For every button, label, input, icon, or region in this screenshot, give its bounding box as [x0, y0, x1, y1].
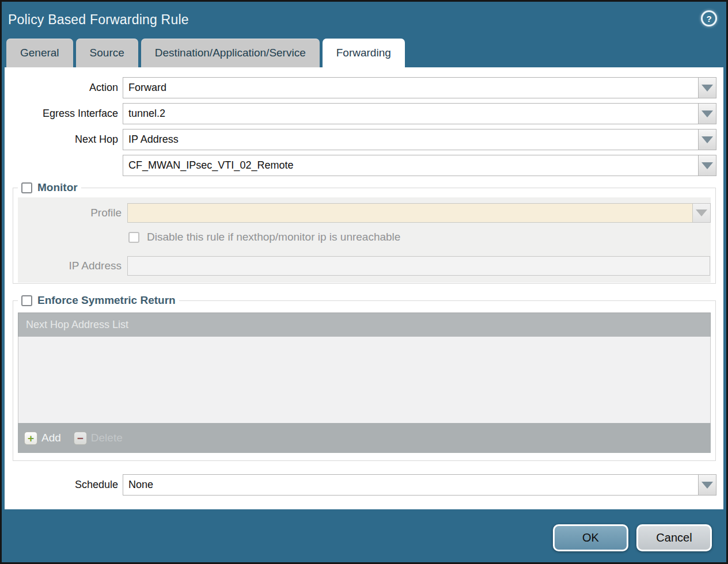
disable-rule-row: Disable this rule if nexthop/monitor ip … [18, 231, 711, 243]
profile-value [127, 203, 693, 223]
monitor-ip-address-row: IP Address [18, 256, 711, 276]
monitor-checkbox[interactable] [21, 182, 32, 193]
egress-interface-label: Egress Interface [5, 108, 123, 120]
schedule-row: Schedule None [5, 474, 723, 496]
monitor-ip-address-input [127, 256, 710, 276]
next-hop-address-dropdown[interactable]: CF_MWAN_IPsec_VTI_02_Remote [123, 155, 716, 176]
help-icon[interactable]: ? [701, 10, 717, 26]
next-hop-dropdown-arrow[interactable] [699, 129, 716, 150]
cancel-button[interactable]: Cancel [636, 524, 712, 551]
egress-interface-row: Egress Interface tunnel.2 [5, 103, 723, 124]
next-hop-address-list-header: Next Hop Address List [18, 313, 711, 337]
disable-rule-checkbox [128, 232, 139, 243]
next-hop-address-row: CF_MWAN_IPsec_VTI_02_Remote [5, 155, 723, 176]
delete-button: − Delete [74, 432, 123, 445]
symmetric-return-legend: Enforce Symmetric Return [18, 294, 179, 307]
symmetric-return-checkbox[interactable] [21, 295, 32, 306]
egress-interface-dropdown[interactable]: tunnel.2 [123, 103, 716, 124]
dialog-title: Policy Based Forwarding Rule [8, 12, 189, 28]
tab-general[interactable]: General [6, 39, 73, 67]
tab-source[interactable]: Source [76, 39, 138, 67]
tab-bar: General Source Destination/Application/S… [2, 39, 726, 67]
action-dropdown-arrow[interactable] [699, 77, 716, 98]
tab-forwarding[interactable]: Forwarding [323, 39, 405, 67]
next-hop-row: Next Hop IP Address [5, 129, 723, 150]
monitor-legend-label: Monitor [37, 181, 78, 194]
schedule-dropdown-arrow[interactable] [699, 474, 716, 496]
next-hop-address-dropdown-arrow[interactable] [699, 155, 716, 176]
tab-destination-application-service[interactable]: Destination/Application/Service [141, 39, 320, 67]
next-hop-label: Next Hop [5, 134, 123, 146]
chevron-down-icon [702, 482, 713, 489]
symmetric-return-section: Enforce Symmetric Return Next Hop Addres… [13, 294, 716, 461]
monitor-legend: Monitor [18, 181, 81, 194]
action-value[interactable]: Forward [123, 77, 699, 98]
minus-icon: − [74, 432, 87, 445]
disable-rule-label: Disable this rule if nexthop/monitor ip … [147, 231, 400, 243]
dialog-titlebar: Policy Based Forwarding Rule ? [2, 2, 726, 39]
policy-based-forwarding-dialog: Policy Based Forwarding Rule ? General S… [0, 0, 728, 564]
chevron-down-icon [702, 136, 713, 143]
schedule-value[interactable]: None [123, 474, 699, 496]
monitor-section: Monitor Profile Disable this rule if nex… [13, 181, 716, 284]
dialog-footer: OK Cancel [2, 509, 726, 562]
delete-button-label: Delete [91, 432, 123, 444]
next-hop-address-list-toolbar: + Add − Delete [18, 423, 711, 453]
chevron-down-icon [702, 110, 713, 117]
next-hop-dropdown[interactable]: IP Address [123, 129, 716, 150]
next-hop-address-table: Next Hop Address List + Add − Delete [18, 313, 711, 453]
schedule-dropdown[interactable]: None [123, 474, 716, 496]
symmetric-return-legend-label: Enforce Symmetric Return [37, 294, 176, 307]
egress-interface-dropdown-arrow[interactable] [699, 103, 716, 124]
chevron-down-icon [702, 85, 713, 92]
forwarding-tab-panel: Action Forward Egress Interface tunnel.2… [5, 67, 723, 509]
chevron-down-icon [696, 209, 707, 216]
add-button[interactable]: + Add [24, 432, 61, 445]
monitor-ip-address-label: IP Address [18, 260, 127, 272]
ok-button[interactable]: OK [553, 524, 628, 551]
add-button-label: Add [41, 432, 61, 444]
action-label: Action [5, 82, 123, 94]
egress-interface-value[interactable]: tunnel.2 [123, 103, 699, 124]
next-hop-address-list-body[interactable] [18, 337, 711, 423]
plus-icon: + [24, 432, 37, 445]
next-hop-address-value[interactable]: CF_MWAN_IPsec_VTI_02_Remote [123, 155, 699, 176]
profile-row: Profile [18, 203, 711, 223]
profile-label: Profile [18, 207, 127, 219]
next-hop-value[interactable]: IP Address [123, 129, 699, 150]
profile-dropdown-arrow [693, 203, 711, 223]
action-row: Action Forward [5, 77, 723, 98]
chevron-down-icon [702, 162, 713, 169]
monitor-disabled-panel: Profile Disable this rule if nexthop/mon… [18, 197, 711, 283]
schedule-label: Schedule [5, 479, 123, 491]
action-dropdown[interactable]: Forward [123, 77, 716, 98]
